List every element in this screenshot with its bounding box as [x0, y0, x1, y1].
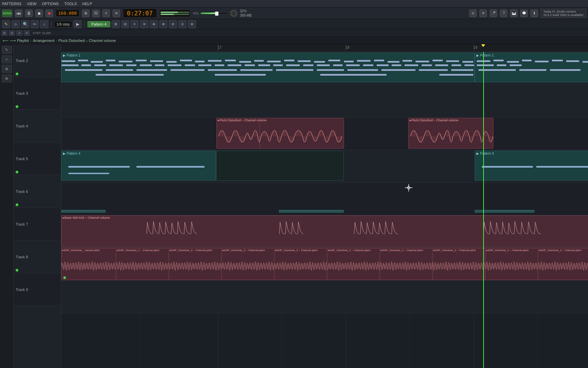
track-dot-5[interactable] — [16, 171, 18, 173]
tool-zoom[interactable]: 🔍 — [21, 20, 29, 28]
pause-btn[interactable]: ⏸ — [25, 10, 33, 17]
track-dot-2[interactable] — [16, 73, 18, 75]
audio-block-8-full[interactable]: ▸SHP_Overtone_..hannel pitch ▸SHP_Overto… — [61, 248, 588, 280]
pattern-block-5-1[interactable]: ▶ Pattern 4 — [61, 151, 216, 181]
track-header-6[interactable]: Track 6 — [14, 175, 61, 208]
close-btn[interactable]: ✕ — [479, 10, 487, 17]
svg-rect-37 — [140, 64, 152, 66]
stop-btn[interactable]: ■ — [35, 10, 43, 17]
menu-patterns[interactable]: PATTERNS — [1, 2, 22, 6]
pattern-block-2-1[interactable]: ▶ Pattern 1 — [61, 52, 475, 82]
master-volume[interactable]: VOL — [193, 12, 228, 15]
breadcrumb-playlist[interactable]: Playlist — [17, 39, 29, 43]
track6-clip-2[interactable] — [279, 210, 344, 213]
chat-btn[interactable]: 💬 — [520, 10, 528, 17]
bpm-display[interactable]: 160.000 — [56, 10, 79, 17]
sub-btn1[interactable]: ⊞ — [1, 30, 7, 36]
audio-block-7-1[interactable]: ▸Basic 808 Kick – Channel volume — [61, 215, 588, 247]
pitch-knob[interactable] — [230, 10, 237, 17]
pattern-display[interactable]: Pattern 4 — [87, 21, 110, 27]
question-btn[interactable]: ? — [500, 10, 507, 17]
breadcrumb-channel[interactable]: Pluck Disturbed – Channel volume — [59, 39, 116, 43]
tool-extra6[interactable]: ⊗ — [159, 20, 167, 28]
tool-extra8[interactable]: ⊙ — [178, 20, 186, 28]
breadcrumb-forward-icon[interactable]: ⟶ — [10, 38, 16, 43]
track-row-8[interactable]: ▸SHP_Overtone_..hannel pitch ▸SHP_Overto… — [61, 248, 588, 281]
tool-select[interactable]: ⊹ — [12, 20, 20, 28]
transport-icon-1[interactable]: ⊞ — [82, 10, 89, 17]
track-header-7[interactable]: Track 7 — [14, 208, 61, 241]
track-header-8[interactable]: Track 8 — [14, 241, 61, 273]
audio-block-4-1[interactable]: ▸Pluck Disturbed – Channel volume — [216, 118, 344, 149]
menu-view[interactable]: VIEW — [26, 2, 37, 6]
track-header-4[interactable]: Track 4 — [14, 110, 61, 142]
left-tool-3[interactable]: ⊕ — [2, 65, 12, 73]
track-header-3[interactable]: Track 3 — [14, 77, 61, 110]
tool-extra2[interactable]: ⊟ — [121, 20, 129, 28]
song-mode-btn[interactable]: SONG — [2, 10, 12, 17]
tool-slice[interactable]: ✂ — [31, 20, 39, 28]
pattern-block-2-2[interactable]: ▶ Pattern 1 — [475, 52, 588, 82]
cpu-monitor-btn[interactable]: ⊙ — [469, 10, 477, 17]
track-row-9[interactable] — [61, 281, 588, 313]
tool-extra9[interactable]: ⊚ — [188, 20, 196, 28]
svg-rect-98 — [62, 252, 588, 280]
svg-rect-78 — [507, 61, 519, 63]
track-row-7[interactable]: ▸Basic 808 Kick – Channel volume — [61, 215, 588, 248]
track-dot-8[interactable] — [16, 269, 18, 272]
ruler-mark-17: 17 — [218, 46, 222, 49]
track-row-5[interactable]: ▶ Pattern 4 ▶ Pattern 4 — [61, 150, 588, 183]
piano-btn[interactable]: 🎹 — [510, 10, 518, 17]
tool-mute[interactable]: ♪ — [40, 20, 48, 28]
tool-extra1[interactable]: ⊞ — [112, 20, 120, 28]
sub-toolbar: ⊞ ⊟ ≡ ≋ STEP SLIDE — [0, 29, 588, 37]
sub-btn4[interactable]: ≋ — [24, 30, 30, 36]
step-display[interactable]: 1/6 step — [54, 21, 72, 27]
svg-rect-60 — [65, 69, 102, 71]
track6-clip-1[interactable] — [61, 210, 105, 213]
svg-rect-27 — [403, 60, 412, 62]
track-row-6[interactable] — [61, 183, 588, 215]
left-tool-2[interactable]: ⊹ — [2, 55, 12, 63]
time-display: 0:27:07 — [123, 9, 157, 18]
record-btn[interactable]: ● — [46, 10, 53, 17]
sub-btn2[interactable]: ⊟ — [9, 30, 15, 36]
transport-icon-2[interactable]: 32 — [92, 10, 100, 17]
left-tool-4[interactable]: ⊗ — [2, 74, 12, 82]
track-row-3[interactable] — [61, 85, 588, 117]
track-header-5[interactable]: Track 5 — [14, 142, 61, 175]
svg-rect-36 — [126, 64, 136, 66]
sub-btn3[interactable]: ≡ — [16, 30, 22, 36]
menu-tools[interactable]: TOOLS — [64, 2, 78, 6]
transport-icon-4[interactable]: ≋ — [113, 10, 120, 17]
download-btn[interactable]: ⬇ — [530, 10, 538, 17]
svg-rect-56 — [422, 64, 432, 66]
left-tool-1[interactable]: ✎ — [2, 46, 12, 54]
pattern-block-5-3[interactable]: ▶ Pattern 4 — [475, 151, 588, 181]
tool-extra3[interactable]: ≡ — [131, 20, 139, 28]
audio-label-7-1: ▸Basic 808 Kick – Channel volume — [62, 216, 588, 220]
audio-block-4-2[interactable]: ▸Pluck Disturbed – Channel volume — [408, 118, 493, 149]
breadcrumb-back-icon[interactable]: ⟵ — [3, 38, 9, 43]
tool-draw[interactable]: ✎ — [2, 20, 10, 28]
svg-rect-19 — [284, 60, 294, 61]
pattern-block-5-2[interactable] — [216, 151, 344, 181]
breadcrumb-arrangement[interactable]: Arrangement — [33, 39, 55, 43]
track-row-2[interactable]: ▶ Pattern 1 — [61, 52, 588, 85]
track-dot-6[interactable] — [16, 203, 18, 206]
transport-icon-3[interactable]: ≡ — [102, 10, 110, 17]
tool-extra7[interactable]: ⊘ — [169, 20, 177, 28]
track-row-4[interactable]: ▸Pluck Disturbed – Channel volume ▸Pluck… — [61, 117, 588, 150]
menu-help[interactable]: HELP — [82, 2, 93, 6]
menu-options[interactable]: OPTIONS — [41, 2, 60, 6]
tool-extra4[interactable]: ≋ — [140, 20, 148, 28]
step-arrow[interactable]: ▶ — [74, 20, 82, 28]
track-header-9[interactable]: Track 9 — [14, 273, 61, 306]
mic-btn[interactable]: 🎤 — [490, 10, 497, 17]
tool-extra5[interactable]: ⊕ — [150, 20, 158, 28]
svg-rect-52 — [363, 64, 373, 66]
track-header-2[interactable]: Track 2 — [14, 44, 61, 77]
rewind-btn[interactable]: ⏮ — [15, 10, 22, 17]
track-label-9: Track 9 — [16, 288, 28, 292]
track-dot-3[interactable] — [16, 105, 18, 108]
